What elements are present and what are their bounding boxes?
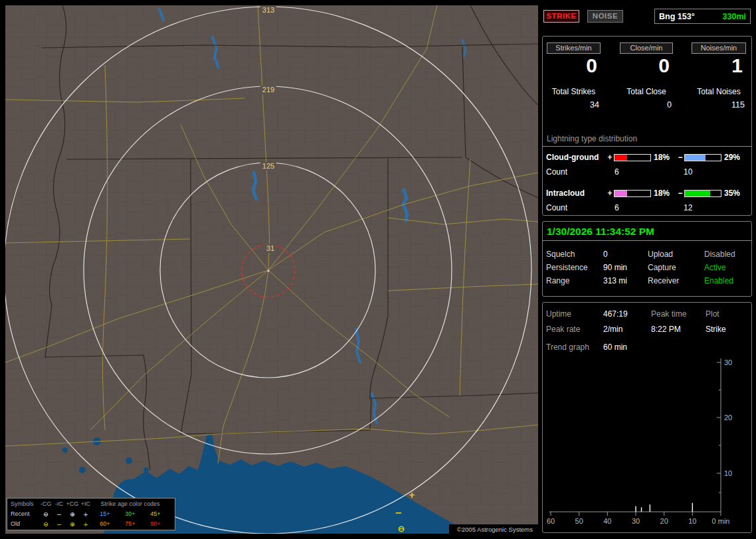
total-noises-value: 115	[692, 100, 746, 110]
capture-label: Capture	[648, 263, 704, 272]
neg-pct: 35%	[721, 189, 747, 198]
minus-sign: −	[676, 153, 684, 162]
settings-row: Persistence 90 min Capture Active	[546, 262, 749, 273]
svg-text:10: 10	[724, 469, 732, 477]
svg-text:+: +	[409, 490, 416, 500]
map-canvas[interactable]: + − ⊖	[5, 5, 538, 534]
total-strikes: Total Strikes 34	[547, 87, 601, 110]
settings-row: Range 313 mi Receiver Enabled	[546, 275, 749, 287]
dist-type-label: Cloud-ground	[546, 153, 606, 162]
pos-cg-icon: ⊕	[66, 519, 79, 529]
dist-type-label: Intracloud	[546, 189, 606, 198]
pos-pct: 18%	[651, 189, 676, 198]
svg-text:50: 50	[575, 517, 583, 525]
peak-time-value: 8:22 PM	[651, 325, 706, 334]
neg-bar	[684, 154, 721, 161]
squelch-value: 0	[603, 250, 648, 259]
noises-per-min-value: 1	[692, 54, 746, 77]
age-value: 90+	[143, 519, 168, 529]
intracloud-counts: Count 6 12	[546, 203, 692, 212]
range-ring-label: 31	[264, 244, 276, 253]
age-value: 30+	[118, 509, 143, 519]
range-label: Range	[546, 276, 603, 285]
county-lines	[5, 5, 538, 534]
app-window: + − ⊖ 313 219 125 31 Symbols -CG -IC +CG…	[0, 0, 756, 539]
neg-cg-icon: ⊖	[39, 509, 52, 519]
stats-row: Peak rate 2/min 8:22 PM Strike	[546, 323, 749, 335]
receiver-label: Receiver	[648, 276, 704, 285]
age-value: 60+	[92, 519, 118, 529]
divider	[543, 240, 751, 241]
count-label: Count	[546, 167, 614, 177]
total-strikes-label: Total Strikes	[547, 87, 601, 96]
legend-age-header: Strike age color codes	[92, 499, 168, 509]
stats-row: Uptime 467:19 Peak time Plot	[546, 308, 749, 320]
svg-text:30: 30	[632, 517, 640, 525]
peak-rate-value: 2/min	[603, 325, 651, 334]
upload-value: Disabled	[704, 250, 749, 259]
svg-text:60: 60	[547, 517, 555, 525]
trend-graph-label: Trend graph	[546, 343, 603, 352]
pos-pct: 18%	[651, 153, 676, 162]
range-ring-label: 219	[260, 86, 276, 94]
total-noises-label: Total Noises	[692, 87, 746, 96]
total-noises: Total Noises 115	[692, 87, 746, 110]
svg-text:⊖: ⊖	[398, 524, 405, 534]
pos-cg-icon: ⊕	[66, 509, 79, 519]
strikes-per-min-value: 0	[547, 54, 601, 77]
range-ring-label: 313	[260, 6, 276, 15]
x-ticks	[551, 512, 721, 516]
legend-old-label: Old	[9, 519, 39, 529]
uptime-value: 467:19	[603, 309, 651, 319]
strike-button[interactable]: STRIKE	[543, 10, 579, 23]
trend-graph-row: Trend graph 60 min	[546, 343, 627, 352]
legend-symbols-header: Symbols	[9, 499, 39, 509]
persistence-label: Persistence	[546, 263, 603, 272]
persistence-value: 90 min	[603, 263, 648, 272]
svg-text:−: −	[395, 508, 403, 518]
age-value: 45+	[143, 509, 168, 519]
map-legend: Symbols -CG -IC +CG +IC Strike age color…	[7, 498, 175, 530]
stats-panel: Uptime 467:19 Peak time Plot Peak rate 2…	[542, 302, 752, 533]
settings-row: Squelch 0 Upload Disabled	[546, 248, 749, 260]
pos-count: 6	[614, 167, 684, 177]
pos-ic-icon: +	[79, 519, 92, 529]
strikes-per-min-box: Strikes/min	[547, 42, 601, 54]
trend-graph-value: 60 min	[603, 343, 627, 352]
upload-label: Upload	[648, 250, 704, 259]
close-per-min-box: Close/min	[620, 42, 673, 54]
map-panel: + − ⊖ 313 219 125 31 Symbols -CG -IC +CG…	[5, 5, 538, 534]
range-ring-label: 125	[260, 162, 276, 171]
plot-label: Plot	[706, 309, 749, 319]
peak-time-label: Peak time	[651, 309, 706, 319]
svg-text:20: 20	[724, 414, 732, 422]
neg-cg-icon: ⊖	[39, 519, 52, 529]
bearing-value: Bng 153°	[659, 12, 695, 21]
datetime-display: 1/30/2026 11:34:52 PM	[547, 226, 654, 238]
neg-ic-icon: −	[52, 519, 66, 529]
capture-value: Active	[704, 263, 749, 272]
uptime-label: Uptime	[546, 309, 603, 319]
pos-ic-icon: +	[79, 509, 92, 519]
intracloud-row: Intracloud + 18% − 35%	[546, 186, 749, 200]
distribution-title: Lightning type distribution	[547, 134, 637, 143]
copyright-text: ©2005 Astrogenic Systems	[449, 524, 538, 535]
plot-value: Strike	[706, 325, 749, 334]
axis-labels: 30 20 10 60 50 40 30 20 10 0 min	[547, 358, 732, 525]
neg-count: 12	[684, 203, 692, 212]
legend-col-header: -IC	[52, 499, 66, 509]
age-value: 75+	[118, 519, 143, 529]
divider	[543, 146, 751, 147]
noise-button[interactable]: NOISE	[587, 10, 623, 23]
receiver-value: Enabled	[704, 276, 749, 285]
sidebar: STRIKE NOISE Bng 153° 330mi Strikes/min …	[542, 0, 753, 539]
bearing-range-display: Bng 153° 330mi	[654, 9, 751, 24]
pos-bar	[614, 154, 651, 161]
y-ticks	[717, 362, 721, 493]
svg-text:0 min: 0 min	[712, 517, 730, 525]
total-close: Total Close 0	[620, 87, 673, 110]
range-setting-value: 313 mi	[603, 276, 648, 285]
total-strikes-value: 34	[547, 100, 601, 110]
legend-col-header: +IC	[79, 499, 92, 509]
legend-col-header: -CG	[39, 499, 52, 509]
